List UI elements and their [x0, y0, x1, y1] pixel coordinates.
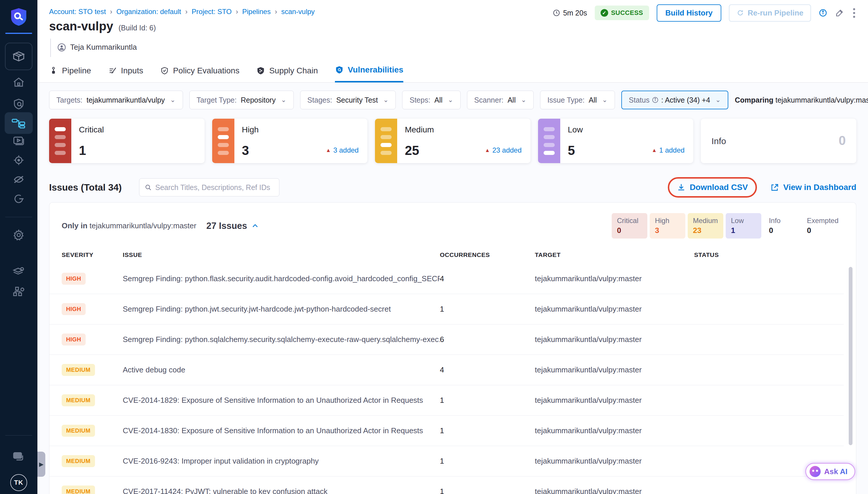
occurrences: 1 [440, 487, 535, 494]
info-icon[interactable] [818, 8, 827, 17]
filter-status[interactable]: Status : Active (34) +4⌄ [621, 91, 729, 109]
sidebar-item-pipelines-active[interactable] [5, 112, 33, 134]
severity-cards: Critical 1 High 3 ▲3 added Medium 25 ▲23… [49, 119, 856, 163]
card-high[interactable]: High 3 ▲3 added [212, 119, 368, 163]
occurrences: 6 [440, 335, 535, 344]
sidebar-item-hidden[interactable] [0, 170, 37, 189]
home-icon [12, 76, 25, 89]
edit-pipeline-icon[interactable] [835, 8, 844, 18]
sidebar-item-org-settings[interactable] [0, 282, 37, 301]
pill-critical[interactable]: Critical0 [612, 213, 647, 239]
target: tejakummarikuntla/vulpy:master [535, 396, 694, 405]
triangle-right-icon: ▶ [39, 461, 43, 468]
table-header: SEVERITYISSUEOCCURRENCESTARGETSTATUS [50, 239, 844, 264]
filter-stages[interactable]: Stages:Security Test⌄ [300, 91, 396, 109]
target: tejakummarikuntla/vulpy:master [535, 335, 694, 344]
module-selector-button[interactable] [5, 43, 33, 70]
ask-ai-button[interactable]: Ask AI [806, 463, 855, 480]
search-input[interactable] [155, 183, 274, 192]
pill-low[interactable]: Low1 [726, 213, 761, 239]
filter-target-type[interactable]: Target Type:Repository⌄ [189, 91, 294, 109]
sidebar-item-help[interactable]: ? [0, 448, 37, 467]
pill-info[interactable]: Info0 [764, 213, 799, 239]
issue-title: Semgrep Finding: python.flask.security.a… [123, 274, 440, 283]
card-info[interactable]: Info 0 [701, 119, 856, 163]
breadcrumb-separator: › [275, 7, 277, 16]
severity-badge: HIGH [62, 273, 85, 285]
filter-issue-type[interactable]: Issue Type:All⌄ [540, 91, 615, 109]
breadcrumb-account[interactable]: Account: STO test [49, 7, 106, 16]
breadcrumb: Account: STO test› Organization: default… [49, 7, 315, 16]
tab-pipeline[interactable]: Pipeline [49, 65, 91, 82]
card-low[interactable]: Low 5 ▲1 added [538, 119, 694, 163]
table-scrollbar[interactable] [849, 267, 852, 445]
rerun-pipeline-button[interactable]: Re-run Pipeline [729, 4, 811, 22]
target: tejakummarikuntla/vulpy:master [535, 274, 694, 283]
severity-badge: MEDIUM [62, 425, 95, 437]
added-link[interactable]: ▲3 added [326, 146, 359, 154]
layers-gear-icon [12, 265, 25, 279]
table-row[interactable]: MEDIUM CVE-2014-1829: Exposure of Sensit… [50, 385, 844, 416]
breadcrumb-separator: › [110, 7, 112, 16]
chevron-down-icon: ⌄ [715, 96, 721, 104]
pill-high[interactable]: High3 [650, 213, 685, 239]
breadcrumb-pipelines[interactable]: Pipelines [242, 7, 271, 16]
filter-steps[interactable]: Steps:All⌄ [402, 91, 460, 109]
table-row[interactable]: MEDIUM CVE-2017-11424: PyJWT: vulnerable… [50, 476, 844, 494]
sidebar-divider [5, 217, 32, 217]
build-id-label: (Build Id: 6) [118, 24, 156, 32]
external-link-icon [770, 183, 779, 192]
sidebar-item-executions[interactable] [0, 132, 37, 150]
target: tejakummarikuntla/vulpy:master [535, 457, 694, 466]
occurrences: 4 [440, 365, 535, 375]
breadcrumb-org[interactable]: Organization: default [116, 7, 181, 16]
card-medium[interactable]: Medium 25 ▲23 added [375, 119, 531, 163]
table-row[interactable]: HIGH Semgrep Finding: python.sqlalchemy.… [50, 324, 844, 355]
chevron-up-icon [251, 222, 259, 230]
build-history-button[interactable]: Build History [657, 4, 721, 22]
tab-policy-evaluations[interactable]: Policy Evaluations [160, 65, 239, 82]
download-csv-button[interactable]: Download CSV [677, 183, 748, 192]
pill-exempted[interactable]: Exempted0 [802, 213, 844, 239]
table-row[interactable]: HIGH Semgrep Finding: python.jwt.securit… [50, 294, 844, 324]
issue-title: CVE-2016-9243: Improper input validation… [123, 457, 440, 466]
added-link[interactable]: ▲1 added [652, 146, 685, 154]
breadcrumb-pipeline-name[interactable]: scan-vulpy [281, 7, 315, 16]
inputs-icon [108, 66, 117, 75]
issues-count-toggle[interactable]: 27 Issues [206, 221, 259, 231]
status-badge: ✓ SUCCESS [595, 5, 649, 20]
sidebar-item-settings[interactable] [0, 226, 37, 244]
sidebar-expand-handle[interactable]: ▶ [37, 452, 45, 477]
view-in-dashboard-button[interactable]: View in Dashboard [770, 183, 856, 192]
table-row[interactable]: MEDIUM CVE-2014-1830: Exposure of Sensit… [50, 416, 844, 446]
sidebar-item-targets[interactable] [0, 151, 37, 170]
user-avatar[interactable]: TK [10, 474, 27, 491]
sidebar-item-home[interactable] [0, 73, 37, 92]
sidebar-item-default-settings[interactable] [0, 263, 37, 281]
triangle-up-icon: ▲ [485, 147, 490, 153]
tab-inputs[interactable]: Inputs [108, 65, 143, 82]
breadcrumb-project[interactable]: Project: STO [192, 7, 232, 16]
card-critical[interactable]: Critical 1 [49, 119, 205, 163]
filter-targets[interactable]: Targets:tejakummarikuntla/vulpy⌄ [49, 91, 183, 109]
refresh-icon [736, 9, 744, 17]
added-link[interactable]: ▲23 added [485, 146, 522, 154]
filter-scanner[interactable]: Scanner:All⌄ [467, 91, 534, 109]
issue-title: CVE-2014-1829: Exposure of Sensitive Inf… [123, 396, 440, 405]
comparing-label: Comparing tejakummarikuntla/vulpy:master… [735, 96, 868, 104]
sidebar-divider-bottom [5, 435, 32, 436]
pill-medium[interactable]: Medium23 [688, 213, 723, 239]
issues-search[interactable] [139, 178, 279, 196]
more-options-icon[interactable] [852, 7, 856, 19]
ai-bot-icon [810, 466, 821, 477]
table-row[interactable]: HIGH Semgrep Finding: python.flask.secur… [50, 264, 844, 294]
tab-supply-chain[interactable]: Supply Chain [256, 65, 318, 82]
tab-vulnerabilities[interactable]: Vulnerabilities [335, 65, 403, 82]
table-row[interactable]: MEDIUM Active debug code 4 tejakummariku… [50, 355, 844, 385]
sidebar-item-scans[interactable] [0, 95, 37, 113]
sidebar-item-get-started[interactable] [0, 189, 37, 208]
table-row[interactable]: MEDIUM CVE-2016-9243: Improper input val… [50, 446, 844, 476]
pipeline-icon [49, 66, 58, 75]
chevron-down-icon: ⌄ [602, 96, 607, 104]
sto-logo-icon [10, 7, 27, 26]
